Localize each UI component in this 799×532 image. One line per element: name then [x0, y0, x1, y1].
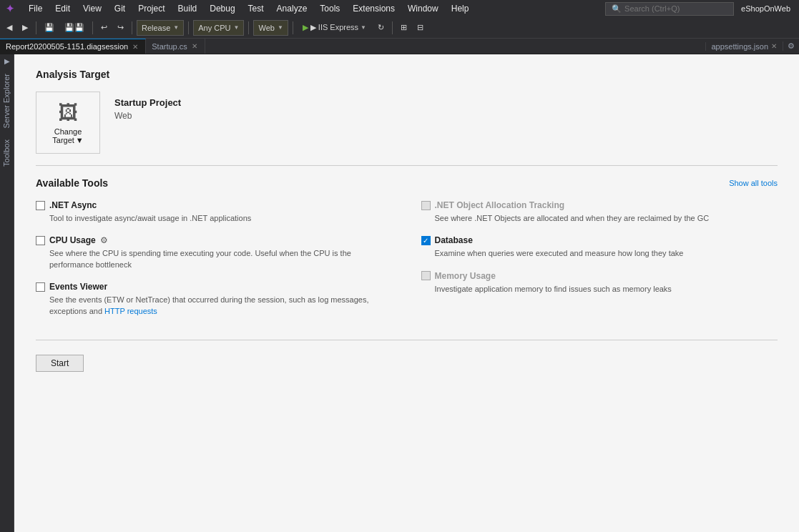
show-all-tools-link[interactable]: Show all tools: [729, 179, 778, 187]
tool-net-async-checkbox[interactable]: [36, 201, 45, 210]
run-button[interactable]: ▶ ▶ IIS Express ▼: [298, 20, 371, 36]
back-button[interactable]: ◀: [3, 20, 16, 36]
tool-memory-usage-desc: Investigate application memory to find i…: [421, 284, 778, 295]
http-requests-link[interactable]: HTTP requests: [104, 307, 157, 315]
tool-memory-usage-checkbox[interactable]: [421, 271, 431, 280]
save-all-button[interactable]: 💾💾: [61, 20, 88, 36]
divider-1: [36, 165, 778, 166]
vs-logo-icon: ✦: [3, 3, 17, 14]
menu-test[interactable]: Test: [242, 0, 270, 17]
toolbox-label[interactable]: Toolbox: [0, 134, 14, 172]
tool-net-async-desc: Tool to investigate async/await usage in…: [36, 213, 393, 224]
tool-memory-usage-name: Memory Usage: [435, 271, 496, 281]
startup-dropdown[interactable]: Web ▼: [253, 20, 288, 36]
toolbar-separator-7: [392, 21, 393, 34]
menu-bar: ✦ File Edit View Git Project Build Debug…: [0, 0, 799, 17]
refresh-button[interactable]: ↻: [374, 20, 388, 36]
toolbar: ◀ ▶ 💾 💾💾 ↩ ↪ Release ▼ Any CPU ▼ Web ▼ ▶…: [0, 17, 799, 39]
tab-row: Report20200505-1151.diagsession ✕ Startu…: [0, 39, 799, 54]
redo-button[interactable]: ↪: [114, 20, 127, 36]
platform-value: Any CPU: [198, 24, 230, 32]
toolbar-extra-button[interactable]: ⊞: [397, 20, 411, 36]
server-explorer-label[interactable]: Server Explorer: [0, 68, 14, 134]
tools-col-right: .NET Object Allocation Tracking See wher…: [421, 200, 778, 328]
tab-startup[interactable]: Startup.cs ✕: [146, 39, 205, 54]
diag-content: Analysis Target 🖼 Change Target ▼ Startu…: [14, 54, 799, 386]
menu-debug[interactable]: Debug: [204, 0, 240, 17]
menu-file[interactable]: File: [23, 0, 48, 17]
side-tab-settings-btn[interactable]: ⚙: [783, 41, 799, 51]
tool-cpu-usage-checkbox[interactable]: [36, 236, 45, 245]
side-tab-appsettings[interactable]: appsettings.json ✕: [705, 42, 783, 51]
configuration-value: Release: [142, 24, 170, 32]
menu-edit[interactable]: Edit: [49, 0, 76, 17]
undo-button[interactable]: ↩: [97, 20, 111, 36]
side-tab-appsettings-label: appsettings.json: [712, 42, 769, 51]
tab-diagsession[interactable]: Report20200505-1151.diagsession ✕: [0, 39, 146, 54]
tool-net-object-label-row: .NET Object Allocation Tracking: [421, 200, 778, 210]
diag-panel: Analysis Target 🖼 Change Target ▼ Startu…: [14, 54, 799, 532]
tool-net-object-name: .NET Object Allocation Tracking: [435, 200, 565, 210]
configuration-dropdown[interactable]: Release ▼: [137, 20, 184, 36]
toolbar-separator-6: [293, 21, 293, 34]
change-target-button[interactable]: 🖼 Change Target ▼: [36, 92, 100, 154]
startup-info: Startup Project Web: [114, 92, 181, 121]
main-layout: ▶ Server Explorer Toolbox Analysis Targe…: [0, 54, 799, 532]
menu-tools[interactable]: Tools: [314, 0, 345, 17]
tools-col-left: .NET Async Tool to investigate async/awa…: [36, 200, 393, 328]
expand-panel-icon[interactable]: ▶: [0, 54, 14, 68]
user-label: eShopOnWeb: [735, 4, 796, 13]
start-button[interactable]: Start: [36, 355, 84, 372]
tool-net-async: .NET Async Tool to investigate async/awa…: [36, 200, 393, 224]
cpu-usage-gear-icon[interactable]: ⚙: [100, 235, 108, 245]
content-area: Analysis Target 🖼 Change Target ▼ Startu…: [14, 54, 799, 532]
tool-database-label-row: ✓ Database: [421, 235, 778, 245]
tool-events-viewer-checkbox[interactable]: [36, 282, 45, 292]
tool-database: ✓ Database Examine when queries were exe…: [421, 235, 778, 259]
tab-diagsession-close-icon[interactable]: ✕: [131, 43, 139, 51]
search-input[interactable]: [624, 4, 725, 13]
tool-net-async-name: .NET Async: [49, 200, 97, 210]
configuration-arrow-icon: ▼: [173, 24, 179, 31]
tool-memory-usage: Memory Usage Investigate application mem…: [421, 271, 778, 295]
tool-events-viewer-name: Events Viewer: [49, 282, 107, 292]
analysis-target-title: Analysis Target: [36, 69, 778, 80]
menu-window[interactable]: Window: [402, 0, 444, 17]
tool-cpu-usage-label-row: CPU Usage ⚙: [36, 235, 393, 245]
tool-net-async-label-row: .NET Async: [36, 200, 393, 210]
tool-events-viewer: Events Viewer See the events (ETW or Net…: [36, 282, 393, 317]
menu-git[interactable]: Git: [109, 0, 131, 17]
platform-dropdown[interactable]: Any CPU ▼: [193, 20, 244, 36]
run-arrow-icon: ▼: [361, 24, 366, 31]
tab-diagsession-label: Report20200505-1151.diagsession: [6, 42, 128, 51]
toolbar-extra-button-2[interactable]: ⊟: [413, 20, 427, 36]
search-icon: 🔍: [612, 4, 622, 14]
tab-startup-close-icon[interactable]: ✕: [190, 42, 199, 50]
platform-arrow-icon: ▼: [234, 24, 240, 31]
tool-memory-usage-label-row: Memory Usage: [421, 271, 778, 281]
divider-2: [36, 340, 778, 340]
menu-build[interactable]: Build: [172, 0, 203, 17]
menu-extensions[interactable]: Extensions: [347, 0, 401, 17]
forward-button[interactable]: ▶: [19, 20, 31, 36]
tool-events-viewer-desc: See the events (ETW or NetTrace) that oc…: [36, 295, 393, 317]
toolbar-separator-5: [248, 21, 249, 34]
target-box: 🖼 Change Target ▼ Startup Project Web: [36, 92, 778, 154]
menu-help[interactable]: Help: [446, 0, 475, 17]
toolbar-separator-4: [188, 21, 189, 34]
side-tab-area: appsettings.json ✕ ⚙: [705, 39, 800, 54]
side-tab-close-icon[interactable]: ✕: [771, 42, 777, 50]
startup-value: Web: [258, 24, 274, 32]
menu-project[interactable]: Project: [132, 0, 170, 17]
search-box[interactable]: 🔍: [605, 2, 734, 16]
tool-database-checkbox[interactable]: ✓: [421, 236, 431, 245]
save-button[interactable]: 💾: [41, 20, 58, 36]
tools-header: Available Tools Show all tools: [36, 177, 778, 189]
tool-cpu-usage-name: CPU Usage: [49, 235, 96, 245]
tab-startup-label: Startup.cs: [152, 42, 187, 51]
tool-net-object-desc: See where .NET Objects are allocated and…: [421, 213, 778, 224]
menu-analyze[interactable]: Analyze: [271, 0, 313, 17]
tool-net-object-checkbox[interactable]: [421, 201, 431, 210]
tool-events-viewer-label-row: Events Viewer: [36, 282, 393, 292]
menu-view[interactable]: View: [77, 0, 107, 17]
